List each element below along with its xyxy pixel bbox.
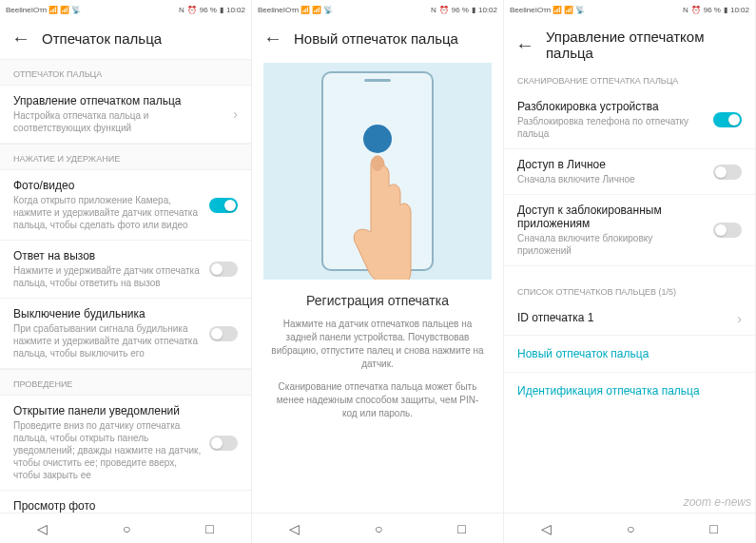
row-title: Открытие панели уведомлений xyxy=(13,404,202,417)
back-icon[interactable]: ← xyxy=(11,29,30,48)
content: СКАНИРОВАНИЕ ОТПЕЧАТКА ПАЛЬЦА Разблокиро… xyxy=(504,72,755,513)
row-answer-call[interactable]: Ответ на вызов Нажмите и удерживайте дат… xyxy=(0,241,251,299)
wifi-icon: 📡 xyxy=(323,6,333,14)
header: ← Управление отпечатком пальца xyxy=(504,19,755,72)
watermark-label: zoom e-news xyxy=(684,495,751,509)
toggle-app-lock-access[interactable] xyxy=(713,223,742,238)
screen-manage-fingerprint: BeelineIОтп 📶 📶 📡 N ⏰ 96 % ▮ 10:02 ← Упр… xyxy=(504,0,756,543)
screen-new-fingerprint: BeelineIОтп 📶 📶 📡 N ⏰ 96 % ▮ 10:02 ← Нов… xyxy=(252,0,504,543)
header: ← Новый отпечаток пальца xyxy=(252,19,503,59)
clock-label: 10:02 xyxy=(226,6,245,14)
section-label: СПИСОК ОТПЕЧАТКОВ ПАЛЬЦЕВ (1/5) xyxy=(504,278,755,302)
row-title: Ответ на вызов xyxy=(13,249,202,262)
battery-label: 96 % xyxy=(452,6,469,14)
row-title: Доступ в Личное xyxy=(517,158,706,171)
page-title: Отпечаток пальца xyxy=(42,30,162,47)
row-photo-video[interactable]: Фото/видео Когда открыто приложение Каме… xyxy=(0,170,251,241)
row-unlock-device[interactable]: Разблокировка устройства Разблокировка т… xyxy=(504,91,755,149)
section-label: СКАНИРОВАНИЕ ОТПЕЧАТКА ПАЛЬЦА xyxy=(504,72,755,91)
navigation-bar: ◁ ○ □ xyxy=(252,513,503,543)
carrier-label: BeelineIОтп xyxy=(6,6,47,14)
clock-label: 10:02 xyxy=(478,6,497,14)
alarm-icon: ⏰ xyxy=(691,6,701,14)
link-new-fingerprint[interactable]: Новый отпечаток пальца xyxy=(504,336,755,373)
status-bar: BeelineIОтп 📶 📶 📡 N ⏰ 96 % ▮ 10:02 xyxy=(504,0,755,19)
back-icon[interactable]: ← xyxy=(263,29,282,48)
row-alarm-off[interactable]: Выключение будильника При срабатывании с… xyxy=(0,299,251,369)
screen-fingerprint-settings: BeelineIОтп 📶 📶 📡 N ⏰ 96 % ▮ 10:02 ← Отп… xyxy=(0,0,252,543)
row-title: Управление отпечатком пальца xyxy=(13,94,225,107)
status-bar: BeelineIОтп 📶 📶 📡 N ⏰ 96 % ▮ 10:02 xyxy=(252,0,503,19)
toggle-answer-call[interactable] xyxy=(209,262,238,277)
page-title: Новый отпечаток пальца xyxy=(294,30,458,47)
row-notification-panel[interactable]: Открытие панели уведомлений Проведите вн… xyxy=(0,396,251,491)
nav-home-icon[interactable]: ○ xyxy=(627,521,634,536)
navigation-bar: ◁ ○ □ xyxy=(0,513,251,543)
nav-recent-icon[interactable]: □ xyxy=(457,521,465,536)
link-identify-fingerprint[interactable]: Идентификация отпечатка пальца xyxy=(504,373,755,409)
svg-point-0 xyxy=(372,156,383,171)
alarm-icon: ⏰ xyxy=(439,6,449,14)
signal-icon: 📶 xyxy=(60,6,69,14)
toggle-alarm-off[interactable] xyxy=(209,326,238,341)
nav-recent-icon[interactable]: □ xyxy=(709,521,717,536)
signal-icon: 📶 xyxy=(312,6,321,14)
nfc-icon: N xyxy=(179,6,184,14)
toggle-unlock-device[interactable] xyxy=(713,112,742,127)
wifi-icon: 📡 xyxy=(71,6,81,14)
nav-back-icon[interactable]: ◁ xyxy=(541,521,552,536)
battery-label: 96 % xyxy=(200,6,217,14)
battery-icon: ▮ xyxy=(472,6,475,14)
navigation-bar: ◁ ○ □ xyxy=(504,513,755,543)
signal-icon: 📶 xyxy=(552,6,562,14)
row-subtitle: При срабатывании сигнала будильника нажм… xyxy=(13,322,202,359)
toggle-private-access[interactable] xyxy=(713,165,742,180)
nav-recent-icon[interactable]: □ xyxy=(205,521,213,536)
nfc-icon: N xyxy=(683,6,688,14)
hand-icon xyxy=(330,146,425,280)
section-label: ОТПЕЧАТОК ПАЛЬЦА xyxy=(0,59,251,86)
row-browse-photos[interactable]: Просмотр фото При просмотре фото в полно… xyxy=(0,491,251,513)
row-title: ID отпечатка 1 xyxy=(517,311,729,324)
content: ОТПЕЧАТОК ПАЛЬЦА Управление отпечатком п… xyxy=(0,59,251,513)
registration-text-2: Сканирование отпечатка пальца может быть… xyxy=(252,380,503,430)
row-app-lock-access[interactable]: Доступ к заблокированным приложениям Сна… xyxy=(504,195,755,266)
carrier-label: BeelineIОтп xyxy=(258,6,299,14)
nfc-icon: N xyxy=(431,6,436,14)
registration-title: Регистрация отпечатка xyxy=(252,293,503,308)
row-subtitle: Нажмите и удерживайте датчик отпечатка п… xyxy=(13,264,202,289)
nav-home-icon[interactable]: ○ xyxy=(375,521,382,536)
registration-text-1: Нажмите на датчик отпечатков пальцев на … xyxy=(252,318,503,380)
row-private-access[interactable]: Доступ в Личное Сначала включите Личное xyxy=(504,149,755,195)
toggle-photo-video[interactable] xyxy=(209,198,238,213)
row-title: Разблокировка устройства xyxy=(517,100,706,113)
header: ← Отпечаток пальца xyxy=(0,19,251,59)
signal-icon: 📶 xyxy=(300,6,310,14)
battery-label: 96 % xyxy=(704,6,721,14)
toggle-notification-panel[interactable] xyxy=(209,436,238,451)
page-title: Управление отпечатком пальца xyxy=(546,29,744,61)
carrier-label: BeelineIОтп xyxy=(510,6,551,14)
row-manage-fingerprint[interactable]: Управление отпечатком пальца Настройка о… xyxy=(0,86,251,144)
nav-back-icon[interactable]: ◁ xyxy=(289,521,300,536)
row-fingerprint-id-1[interactable]: ID отпечатка 1 › xyxy=(504,302,755,336)
row-title: Выключение будильника xyxy=(13,307,202,320)
battery-icon: ▮ xyxy=(724,6,727,14)
chevron-right-icon: › xyxy=(737,311,742,326)
row-subtitle: Проведите вниз по датчику отпечатка паль… xyxy=(13,419,202,481)
row-title: Доступ к заблокированным приложениям xyxy=(517,204,706,230)
row-title: Фото/видео xyxy=(13,179,202,192)
row-subtitle: Сначала включите Личное xyxy=(517,173,706,185)
alarm-icon: ⏰ xyxy=(187,6,197,14)
section-label: ПРОВЕДЕНИЕ xyxy=(0,369,251,396)
row-subtitle: Разблокировка телефона по отпечатку паль… xyxy=(517,115,706,140)
nav-home-icon[interactable]: ○ xyxy=(123,521,130,536)
back-icon[interactable]: ← xyxy=(515,35,534,54)
fingerprint-illustration xyxy=(263,63,492,280)
content: Регистрация отпечатка Нажмите на датчик … xyxy=(252,59,503,513)
signal-icon: 📶 xyxy=(564,6,573,14)
nav-back-icon[interactable]: ◁ xyxy=(37,521,48,536)
row-subtitle: Когда открыто приложение Камера, нажмите… xyxy=(13,194,202,231)
chevron-right-icon: › xyxy=(233,107,238,122)
section-label: НАЖАТИЕ И УДЕРЖАНИЕ xyxy=(0,144,251,170)
